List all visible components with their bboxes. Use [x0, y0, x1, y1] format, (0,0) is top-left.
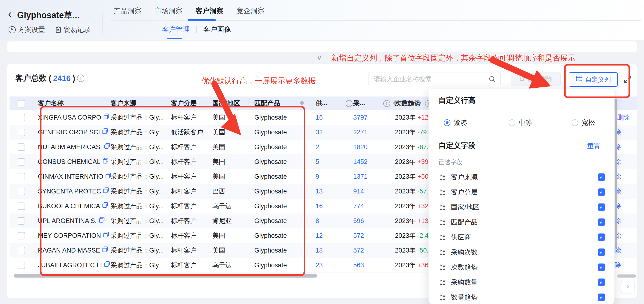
suppliers-count-link[interactable]: 9 — [316, 169, 319, 184]
customer-name[interactable]: CINMAX INTERNATIO — [38, 169, 103, 184]
row-checkbox[interactable] — [18, 217, 25, 225]
field-checkbox[interactable]: ✓ — [598, 234, 605, 241]
column-header-2[interactable]: 客户来源 — [110, 96, 136, 110]
next-page-button[interactable]: › — [621, 280, 634, 293]
purchase-times-link[interactable]: 596 — [353, 214, 364, 228]
customer-name[interactable]: GENERIC CROP SCI — [38, 125, 100, 140]
row-checkbox[interactable] — [18, 114, 25, 121]
suppliers-count-link[interactable]: 5 — [316, 154, 319, 169]
column-header-8[interactable]: 次数趋势 — [395, 96, 421, 110]
customer-name[interactable]: MEY CORPORATION — [38, 228, 101, 243]
purchase-times-link[interactable]: 1452 — [353, 154, 368, 169]
suppliers-count-link[interactable]: 16 — [316, 199, 323, 214]
field-checkbox[interactable]: ✓ — [598, 248, 605, 256]
suppliers-count-link[interactable]: 8 — [316, 214, 319, 228]
customer-name-cell[interactable]: BUKOOLA CHEMICA — [38, 199, 108, 214]
row-height-option-1[interactable]: 紧凑 — [444, 118, 467, 127]
row-checkbox[interactable] — [18, 129, 25, 136]
tab-2[interactable]: 市场洞察 — [155, 6, 182, 16]
row-checkbox[interactable] — [18, 247, 25, 254]
column-header-3[interactable]: 客户分层 — [171, 96, 197, 110]
tab-3[interactable]: 客户洞察 — [196, 6, 223, 16]
customer-name-cell[interactable]: MEY CORPORATION — [38, 228, 110, 243]
tab-4[interactable]: 竞企洞察 — [237, 6, 264, 16]
info-icon[interactable]: ! — [383, 100, 390, 107]
customer-name[interactable]: BUKOOLA CHEMICA — [38, 199, 100, 214]
customer-name-cell[interactable]: RAGAN AND MASSE — [38, 243, 108, 258]
customer-name-cell[interactable]: GENERIC CROP SCI — [38, 125, 108, 140]
purchase-times-link[interactable]: 572 — [353, 228, 364, 243]
row-height-option-2[interactable]: 中等 — [508, 118, 532, 127]
suppliers-count-link[interactable]: 18 — [316, 243, 323, 258]
column-header-6[interactable]: 供... — [316, 96, 328, 110]
purchase-times-link[interactable]: 1820 — [353, 140, 368, 154]
field-checkbox[interactable]: ✓ — [598, 204, 605, 211]
reset-button[interactable]: 重置 — [587, 142, 600, 150]
purchase-times-link[interactable]: 1371 — [353, 169, 368, 184]
row-checkbox[interactable] — [18, 144, 25, 151]
drag-handle-icon[interactable] — [439, 249, 446, 257]
field-checkbox[interactable]: ✓ — [598, 278, 605, 286]
fullscreen-icon[interactable] — [622, 74, 632, 84]
delete-row-link[interactable]: 删除 — [617, 110, 630, 125]
suppliers-count-link[interactable]: 13 — [316, 184, 323, 199]
column-header-1[interactable]: 客户名称 — [38, 96, 64, 110]
purchase-times-link[interactable]: 774 — [353, 199, 364, 214]
info-icon[interactable]: ! — [346, 100, 352, 107]
suppliers-count-link[interactable]: 23 — [316, 258, 323, 272]
drag-handle-icon[interactable] — [439, 174, 446, 182]
subtab-1[interactable]: 客户管理 — [162, 25, 190, 34]
row-checkbox[interactable] — [18, 202, 25, 210]
field-checkbox[interactable]: ✓ — [598, 174, 605, 181]
customer-name[interactable]: CONSUS CHEMICAL — [38, 154, 100, 169]
subnav-item-2[interactable]: 贸易记录 — [55, 25, 90, 34]
tab-1[interactable]: 产品洞察 — [114, 6, 141, 16]
field-checkbox[interactable]: ✓ — [598, 218, 605, 226]
copy-icon[interactable] — [103, 228, 110, 243]
customer-name-cell[interactable]: SYNGENTA PROTEC — [38, 184, 110, 199]
batch-delete-button[interactable]: 批量删除 — [511, 72, 560, 86]
search-input[interactable] — [373, 74, 484, 84]
drag-handle-icon[interactable] — [439, 294, 446, 302]
customer-name-cell[interactable]: JUBAILI AGROTEC LI — [38, 258, 110, 272]
info-icon[interactable]: ! — [77, 74, 84, 82]
copy-icon[interactable] — [99, 214, 105, 228]
customer-name-cell[interactable]: CINMAX INTERNATIO — [38, 169, 112, 184]
back-icon[interactable]: ‹ — [8, 8, 12, 19]
purchase-times-link[interactable]: 572 — [353, 243, 364, 258]
purchase-times-link[interactable]: 3797 — [353, 110, 368, 125]
suppliers-count-link[interactable]: 32 — [316, 125, 323, 140]
select-all-checkbox[interactable] — [18, 100, 25, 108]
customer-name[interactable]: JUBAILI AGROTEC LI — [38, 258, 102, 272]
row-checkbox[interactable] — [18, 232, 25, 240]
row-checkbox[interactable] — [18, 173, 25, 180]
horizontal-scrollbar-right[interactable] — [617, 274, 636, 278]
customer-name[interactable]: UPL ARGENTINA S. — [38, 214, 97, 228]
suppliers-count-link[interactable]: 16 — [316, 110, 323, 125]
field-checkbox[interactable]: ✓ — [598, 294, 605, 301]
subnav-item-1[interactable]: 方案设置 — [8, 25, 45, 34]
copy-icon[interactable] — [103, 110, 110, 125]
row-checkbox[interactable] — [18, 188, 25, 195]
row-checkbox[interactable] — [18, 158, 25, 166]
copy-icon[interactable] — [102, 243, 108, 258]
drag-handle-icon[interactable] — [439, 234, 446, 242]
customer-name-cell[interactable]: CONSUS CHEMICAL — [38, 154, 109, 169]
customer-name-cell[interactable]: NUFARM AMERICAS, — [38, 140, 110, 154]
purchase-times-link[interactable]: 2271 — [353, 125, 368, 140]
copy-icon[interactable] — [102, 125, 108, 140]
horizontal-scrollbar[interactable] — [14, 274, 317, 278]
copy-icon[interactable] — [104, 140, 110, 154]
search-icon[interactable] — [488, 75, 496, 84]
drag-handle-icon[interactable] — [439, 204, 446, 212]
customer-name[interactable]: XINGFA USA CORPO — [38, 110, 101, 125]
column-header-7[interactable]: 采... — [353, 96, 365, 110]
customer-name[interactable]: NUFARM AMERICAS, — [38, 140, 102, 154]
column-header-4[interactable]: 国家/地区 — [212, 96, 240, 110]
copy-icon[interactable] — [102, 199, 108, 214]
vertical-scrollbar[interactable] — [615, 99, 617, 248]
copy-icon[interactable] — [102, 154, 109, 169]
drag-handle-icon[interactable] — [439, 219, 446, 227]
drag-handle-icon[interactable] — [439, 264, 446, 272]
drag-handle-icon[interactable] — [439, 189, 446, 197]
